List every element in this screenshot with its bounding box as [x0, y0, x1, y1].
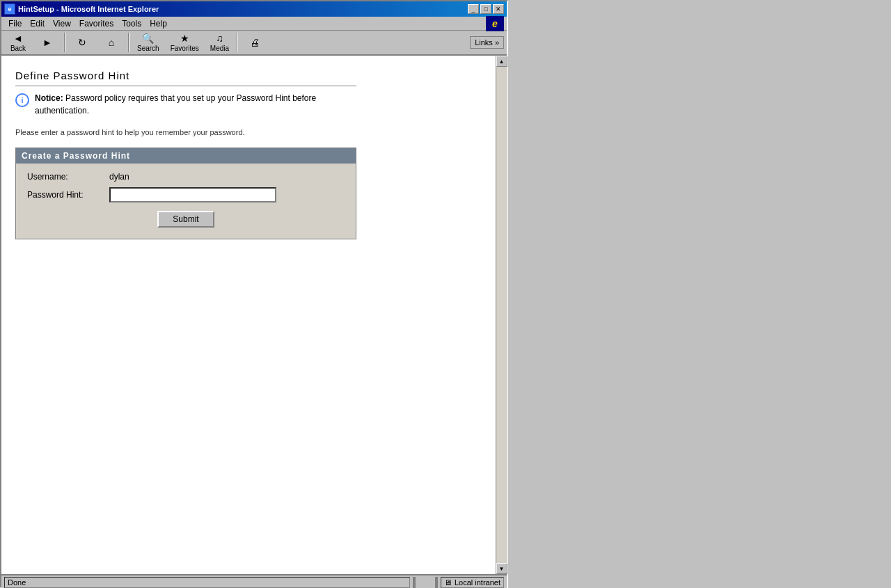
- status-done-label: Done: [8, 578, 26, 587]
- username-row: Username: dylan: [27, 172, 345, 182]
- notice-label: Notice:: [35, 93, 63, 103]
- menu-tools[interactable]: Tools: [118, 17, 145, 30]
- status-intranet-section: 🖥 Local intranet: [441, 577, 504, 588]
- toolbar-sep-2: [128, 33, 129, 52]
- menu-favorites[interactable]: Favorites: [75, 17, 118, 30]
- maximize-button[interactable]: □: [480, 4, 491, 14]
- scrollbar-vertical: ▲ ▼: [496, 56, 507, 574]
- scroll-up-button[interactable]: ▲: [496, 56, 507, 67]
- toolbar-sep-3: [237, 33, 238, 52]
- home-button[interactable]: ⌂: [97, 32, 125, 53]
- submit-row: Submit: [27, 211, 345, 228]
- title-bar-buttons: _ □ ✕: [468, 4, 504, 14]
- username-value: dylan: [109, 172, 129, 182]
- favorites-icon: ★: [180, 33, 189, 44]
- notice-box: i Notice: Password policy requires that …: [15, 92, 482, 117]
- back-button[interactable]: ◄ Back: [4, 32, 32, 53]
- submit-label: Submit: [173, 214, 198, 224]
- forward-button[interactable]: ►: [33, 32, 61, 53]
- media-icon: ♫: [216, 33, 223, 44]
- print-button[interactable]: 🖨: [241, 32, 269, 53]
- title-bar: e HintSetup - Microsoft Internet Explore…: [1, 1, 507, 17]
- media-button[interactable]: ♫ Media: [205, 32, 234, 53]
- browser-window: e HintSetup - Microsoft Internet Explore…: [0, 0, 508, 588]
- refresh-button[interactable]: ↻: [68, 32, 96, 53]
- submit-button[interactable]: Submit: [157, 211, 214, 228]
- notice-text: Notice: Password policy requires that yo…: [35, 92, 362, 117]
- status-divider-2: [435, 577, 438, 588]
- menu-view[interactable]: View: [49, 17, 75, 30]
- menu-edit[interactable]: Edit: [26, 17, 49, 30]
- scroll-down-button[interactable]: ▼: [496, 563, 507, 574]
- toolbar-sep-1: [64, 33, 65, 52]
- favorites-label: Favorites: [171, 45, 199, 52]
- back-label: Back: [10, 45, 26, 52]
- search-label: Search: [137, 45, 159, 52]
- form-panel-header: Create a Password Hint: [16, 148, 356, 164]
- refresh-icon: ↻: [78, 37, 86, 48]
- scroll-track[interactable]: [496, 67, 507, 563]
- form-panel-body: Username: dylan Password Hint: Submit: [16, 164, 356, 239]
- status-bar: Done 🖥 Local intranet: [1, 574, 507, 588]
- status-done-section: Done: [4, 577, 410, 588]
- title-bar-left: e HintSetup - Microsoft Internet Explore…: [4, 3, 159, 15]
- status-divider: [413, 577, 416, 588]
- password-hint-row: Password Hint:: [27, 187, 345, 202]
- home-icon: ⌂: [109, 37, 114, 48]
- ie-icon: e: [4, 3, 15, 15]
- links-label: Links »: [475, 38, 499, 47]
- username-label: Username:: [27, 172, 104, 182]
- intranet-icon: 🖥: [444, 578, 452, 587]
- info-icon: i: [15, 93, 29, 107]
- menu-bar: File Edit View Favorites Tools Help e: [1, 17, 507, 31]
- search-button[interactable]: 🔍 Search: [132, 32, 164, 53]
- menu-file[interactable]: File: [4, 17, 26, 30]
- back-icon: ◄: [13, 33, 23, 44]
- status-spacer: [418, 577, 432, 588]
- print-icon: 🖨: [250, 37, 260, 48]
- toolbar: ◄ Back ► ↻ ⌂ 🔍 Search ★ Favorites ♫ Medi…: [1, 31, 507, 56]
- media-label: Media: [210, 45, 229, 52]
- ie-logo: e: [486, 16, 504, 31]
- password-hint-label: Password Hint:: [27, 190, 104, 200]
- form-panel: Create a Password Hint Username: dylan P…: [15, 148, 356, 239]
- browser-content: Define Password Hint i Notice: Password …: [1, 56, 496, 574]
- menu-help[interactable]: Help: [145, 17, 171, 30]
- hint-instruction: Please enter a password hint to help you…: [15, 128, 482, 136]
- forward-icon: ►: [42, 37, 52, 48]
- status-intranet-label: Local intranet: [455, 578, 500, 587]
- search-icon: 🔍: [142, 33, 154, 44]
- notice-body: Password policy requires that you set up…: [35, 93, 316, 116]
- password-hint-input[interactable]: [109, 187, 276, 202]
- favorites-button[interactable]: ★ Favorites: [166, 32, 204, 53]
- page-title: Define Password Hint: [15, 70, 356, 86]
- links-button[interactable]: Links »: [470, 36, 504, 49]
- browser-content-area: Define Password Hint i Notice: Password …: [1, 56, 507, 574]
- window-title: HintSetup - Microsoft Internet Explorer: [18, 5, 159, 13]
- minimize-button[interactable]: _: [468, 4, 479, 14]
- close-button[interactable]: ✕: [493, 4, 504, 14]
